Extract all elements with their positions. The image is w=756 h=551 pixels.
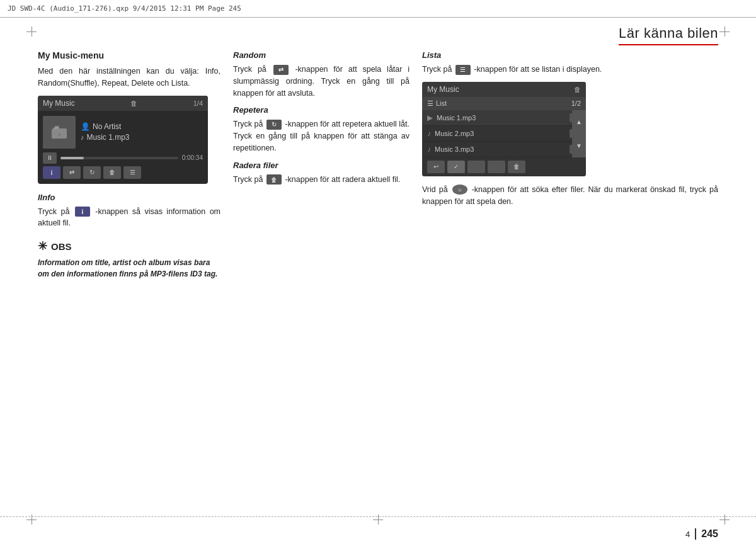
track-count: 1/4 [193,99,203,107]
list-panel-title: My Music [427,85,459,94]
lista-title: Lista [422,50,718,60]
registration-mark-tl [26,26,37,37]
music-panel-icon: 🗑 [130,99,137,107]
list-subheader: ☰ List 1/2 [422,97,586,110]
repeat-icon-inline: ↻ [266,120,282,130]
music-panel-header: My Music 🗑 1/4 [38,96,208,111]
content-area: My Music-menu Med den här inställningen … [38,50,718,513]
svg-text:♪: ♪ [58,132,60,137]
repetera-title: Repetera [233,105,410,115]
footer-btn-3[interactable] [467,161,485,173]
delete-button[interactable]: 🗑 [103,166,121,179]
chapter-number: 4 [685,530,690,539]
artist-label: 👤 No Artist [81,122,130,131]
person-icon: 👤 [81,122,90,131]
page-number: 4 245 [685,528,718,540]
iinfo-title: IInfo [38,193,220,202]
track-label-2: Music 2.mp3 [435,130,566,137]
footer-btn-4[interactable] [488,161,505,173]
obs-title: ✳ OBS [38,239,220,253]
scroll-down-button[interactable]: ▼ [572,133,586,157]
random-paragraph: Tryck på ⇄ -knappen för att spela låtar … [233,64,410,99]
list-panel: My Music 🗑 ☰ List 1/2 ▶ Music 1.mp3 ♪ Mu… [422,82,586,176]
pause-button[interactable]: ⏸ [43,152,57,164]
back-button[interactable]: ↩ [427,161,445,173]
repeat-button[interactable]: ↻ [83,166,101,179]
header-bar: JD SWD-4C (Audio_171-276).qxp 9/4/2015 1… [0,0,756,18]
trash-icon-inline: 🗑 [266,174,282,185]
progress-bar [60,157,178,159]
repetera-paragraph: Tryck på ↻ -knappen för att repetera akt… [233,118,410,154]
obs-label: OBS [51,241,72,252]
footer-trash-btn[interactable]: 🗑 [508,161,525,173]
random-title: Random [233,50,410,60]
list-item[interactable]: ♪ Music 3.mp3 [422,142,586,157]
left-column: My Music-menu Med den här inställningen … [38,50,233,513]
track-info: 👤 No Artist ♪ Music 1.mp3 [81,122,130,142]
page-num-label: 245 [701,528,718,540]
check-button[interactable]: ✓ [447,161,465,173]
music-folder-icon: ♪ [50,123,68,141]
list-panel-trash-icon: 🗑 [574,86,581,93]
album-art: ♪ [43,116,76,149]
scroll-up-button[interactable]: ▲ [572,110,586,134]
list-icon-subheader: ☰ [427,99,433,108]
play-icon: ▶ [427,113,433,122]
controls-row: ⏸ 0:00:34 [43,152,203,164]
my-music-menu-title: My Music-menu [38,50,220,60]
album-art-area: ♪ 👤 No Artist ♪ Music 1.mp3 [43,116,203,149]
page-divider [695,528,696,540]
list-panel-header: My Music 🗑 [422,82,586,97]
lista-paragraph: Tryck på ☰ -knappen för att se listan i … [422,64,718,76]
obs-text: Information om title, artist och album v… [38,257,220,280]
scroll-buttons: ▲ ▼ [572,110,586,157]
track-label-1: Music 1.mp3 [437,114,566,122]
doc-info: JD SWD-4C (Audio_171-276).qxp 9/4/2015 1… [8,4,241,13]
mid-column: Random Tryck på ⇄ -knappen för att spela… [233,50,422,513]
track-name-label: ♪ Music 1.mp3 [81,133,130,142]
note-icon: ♪ [81,133,84,141]
note-icon-3: ♪ [427,145,431,154]
list-item[interactable]: ▶ Music 1.mp3 [422,110,586,126]
music-panel-title: My Music [43,99,75,108]
panel-bottom-controls: i ⇄ ↻ 🗑 ☰ [43,166,203,179]
knapp-paragraph: Vrid på ○ -knappen för att söka efter fi… [422,184,718,208]
list-page: 1/2 [571,99,581,107]
track-label-3: Music 3.mp3 [435,145,566,153]
page-title-area: Lär känna bilen [619,25,718,45]
music-panel-body: ♪ 👤 No Artist ♪ Music 1.mp3 [38,111,208,184]
list-icon-inline: ☰ [455,65,471,75]
shuffle-button[interactable]: ⇄ [63,166,81,179]
knob-icon-inline: ○ [452,185,467,195]
registration-mark-tr [719,26,730,37]
page-title: Lär känna bilen [619,25,718,42]
info-icon-inline: i [75,207,90,217]
list-scroll-area: ▶ Music 1.mp3 ♪ Music 2.mp3 ♪ Music 3.mp… [422,110,586,157]
radera-paragraph: Tryck på 🗑 -knappen för att radera aktue… [233,174,410,186]
list-label: List [436,99,447,107]
iinfo-paragraph: Tryck på i -knappen så visas information… [38,206,220,230]
shuffle-icon-inline: ⇄ [273,65,289,75]
obs-asterisk: ✳ [38,239,47,253]
progress-fill [60,157,84,159]
my-music-panel: My Music 🗑 1/4 ♪ 👤 [38,96,208,184]
obs-section: ✳ OBS Information om title, artist och a… [38,239,220,280]
list-panel-footer: ↩ ✓ 🗑 [422,157,586,176]
footer: 4 245 [0,516,756,551]
radera-title: Radera filer [233,161,410,170]
list-item[interactable]: ♪ Music 2.mp3 [422,126,586,142]
time-label: 0:00:34 [182,154,203,161]
list-button[interactable]: ☰ [123,166,141,179]
info-button[interactable]: i [43,166,60,179]
right-column: Lista Tryck på ☰ -knappen för att se lis… [422,50,718,513]
intro-text: Med den här inställningen kan du välja: … [38,65,220,89]
note-icon-2: ♪ [427,129,431,138]
